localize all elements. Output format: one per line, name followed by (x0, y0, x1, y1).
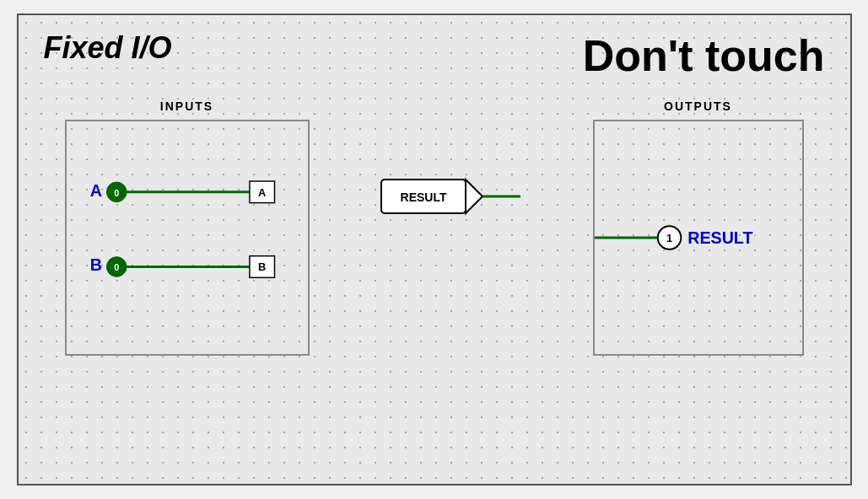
outputs-area: OUTPUTS 1 RESULT (580, 99, 817, 356)
input-a-label: A (89, 181, 101, 200)
main-frame: Fixed I/O Don't touch INPUTS A 0 A B (17, 13, 852, 486)
inputs-box: A 0 A B 0 B (65, 120, 310, 356)
outputs-label: OUTPUTS (580, 99, 817, 113)
outputs-box: 1 RESULT (593, 120, 804, 356)
result-block-label: RESULT (400, 190, 446, 204)
title-left: Fixed I/O (44, 30, 172, 66)
inputs-label: INPUTS (52, 99, 322, 113)
inputs-area: INPUTS A 0 A B 0 (52, 99, 322, 356)
result-block-svg: RESULT (381, 180, 550, 230)
output-result-value: 1 (666, 232, 672, 244)
terminal-a-label: A (258, 186, 266, 199)
input-a-value: 0 (114, 188, 119, 198)
title-right: Don't touch (583, 30, 825, 81)
terminal-b-label: B (258, 260, 266, 273)
outputs-diagram: 1 RESULT (595, 121, 802, 354)
result-block-arrow (466, 180, 483, 213)
output-result-label: RESULT (687, 228, 752, 247)
inputs-diagram: A 0 A B 0 B (67, 121, 308, 354)
input-b-value: 0 (114, 262, 119, 272)
input-b-label: B (89, 255, 101, 274)
